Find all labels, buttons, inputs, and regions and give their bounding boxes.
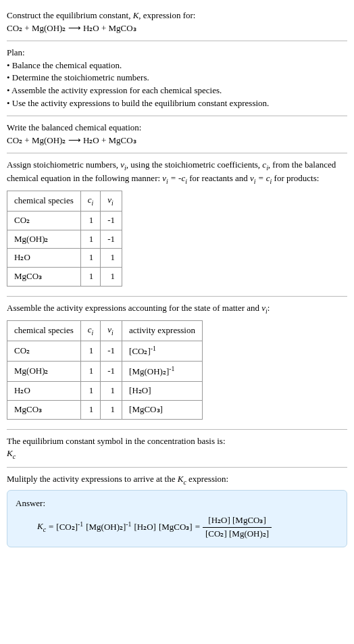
divider [7, 429, 347, 430]
fraction-numerator: [H₂O] [MgCO₃] [203, 514, 272, 528]
cell-species: CO₂ [7, 341, 81, 361]
cell-vi: 1 [101, 400, 122, 419]
stoich-block: Assign stoichiometric numbers, νi, using… [7, 155, 347, 295]
cell-species: H₂O [7, 381, 81, 400]
multiply-text: Mulitply the activity expressions to arr… [7, 473, 347, 487]
fraction: [H₂O] [MgCO₃] [CO₂] [Mg(OH)₂] [203, 514, 272, 541]
cell-activity: [Mg(OH)₂]-1 [122, 361, 203, 381]
multiply-block: Mulitply the activity expressions to arr… [7, 469, 347, 554]
col-species: chemical species [7, 320, 81, 341]
cell-vi: -1 [101, 361, 122, 381]
divider [7, 41, 347, 41]
stoich-text: Assign stoichiometric numbers, νi, using… [7, 159, 347, 187]
col-ci: ci [80, 320, 101, 341]
activity-table: chemical species ci νi activity expressi… [7, 320, 203, 420]
col-activity: activity expression [122, 320, 203, 341]
equals: = [49, 521, 53, 534]
answer-label: Answer: [16, 497, 338, 510]
table-row: Mg(OH)₂ 1 -1 [Mg(OH)₂]-1 [7, 361, 203, 381]
equals: = [195, 521, 200, 534]
balanced-block: Write the balanced chemical equation: CO… [7, 118, 347, 151]
divider [7, 116, 347, 116]
nu-eq: νi = -ci [162, 173, 187, 183]
stoich-e: for products: [272, 173, 319, 183]
activity-b: : [268, 303, 270, 313]
table-row: MgCO₃ 1 1 [7, 268, 122, 287]
table-row: H₂O 1 1 [H₂O] [7, 381, 203, 400]
cell-vi: -1 [101, 341, 122, 361]
cell-activity: [MgCO₃] [122, 400, 203, 419]
cell-activity: [CO₂]-1 [122, 341, 203, 361]
cell-ci: 1 [80, 268, 101, 287]
term-co2: [CO₂]-1 [56, 520, 83, 534]
cell-ci: 1 [80, 249, 101, 268]
divider [7, 467, 347, 468]
cell-species: Mg(OH)₂ [7, 361, 81, 381]
table-row: CO₂ 1 -1 [7, 211, 122, 230]
answer-equation: Kc = [CO₂]-1 [Mg(OH)₂]-1 [H₂O] [MgCO₃] =… [16, 514, 338, 541]
table-row: H₂O 1 1 [7, 249, 122, 268]
cell-ci: 1 [80, 400, 101, 419]
stoich-b: , using the stoichiometric coefficients, [126, 159, 263, 170]
stoich-table: chemical species ci νi CO₂ 1 -1 Mg(OH)₂ … [7, 191, 122, 287]
col-vi: νi [101, 320, 122, 341]
plan-bullet-2: • Determine the stoichiometric numbers. [7, 72, 347, 84]
cell-vi: 1 [101, 268, 122, 287]
table-row: Mg(OH)₂ 1 -1 [7, 230, 122, 249]
nu-i: νi [261, 303, 268, 313]
plan-heading: Plan: [7, 47, 347, 59]
divider [7, 153, 347, 153]
nu-i: νi [120, 159, 126, 170]
stoich-d: for reactants and [187, 173, 250, 183]
intro-text-b: , expression for: [138, 10, 195, 20]
stoich-a: Assign stoichiometric numbers, [7, 159, 120, 170]
balanced-heading: Write the balanced chemical equation: [7, 122, 347, 134]
term-h2o: [H₂O] [134, 521, 155, 534]
cell-vi: -1 [101, 230, 122, 249]
cell-species: H₂O [7, 249, 81, 268]
plan-bullet-4: • Use the activity expressions to build … [7, 97, 347, 110]
balanced-equation: CO₂ + Mg(OH)₂ ⟶ H₂O + MgCO₃ [7, 134, 347, 147]
col-species: chemical species [7, 191, 81, 212]
plan-bullet-3: • Assemble the activity expression for e… [7, 84, 347, 97]
cell-ci: 1 [80, 230, 101, 249]
intro-text-a: Construct the equilibrium constant, [7, 10, 133, 20]
kc-symbol-text: The equilibrium constant symbol in the c… [7, 435, 347, 448]
intro-block: Construct the equilibrium constant, K, e… [7, 5, 347, 39]
cell-species: MgCO₃ [7, 268, 81, 287]
cell-vi: -1 [101, 211, 122, 230]
cell-species: CO₂ [7, 211, 81, 230]
activity-block: Assemble the activity expressions accoun… [7, 298, 347, 427]
cell-ci: 1 [80, 361, 101, 381]
table-header-row: chemical species ci νi [7, 191, 122, 212]
cell-ci: 1 [80, 211, 101, 230]
plan-bullet-1: • Balance the chemical equation. [7, 59, 347, 72]
cell-vi: 1 [101, 249, 122, 268]
cell-activity: [H₂O] [122, 381, 203, 400]
term-mgoh2: [Mg(OH)₂]-1 [86, 520, 131, 534]
intro-equation: CO₂ + Mg(OH)₂ ⟶ H₂O + MgCO₃ [7, 22, 347, 35]
activity-text: Assemble the activity expressions accoun… [7, 302, 347, 316]
table-header-row: chemical species ci νi activity expressi… [7, 320, 203, 341]
table-row: CO₂ 1 -1 [CO₂]-1 [7, 341, 203, 361]
fraction-denominator: [CO₂] [Mg(OH)₂] [203, 528, 272, 541]
cell-ci: 1 [80, 341, 101, 361]
term-mgco3: [MgCO₃] [159, 521, 193, 534]
cell-species: MgCO₃ [7, 400, 81, 419]
multiply-a: Mulitply the activity expressions to arr… [7, 474, 178, 484]
kc-symbol: Kc [7, 447, 347, 462]
activity-a: Assemble the activity expressions accoun… [7, 303, 261, 313]
cell-ci: 1 [80, 381, 101, 400]
intro-line: Construct the equilibrium constant, K, e… [7, 9, 347, 22]
cell-species: Mg(OH)₂ [7, 230, 81, 249]
kc-lhs: Kc [37, 520, 46, 535]
multiply-b: expression: [186, 474, 228, 484]
kc-inline: Kc [178, 474, 186, 484]
cell-vi: 1 [101, 381, 122, 400]
col-vi: νi [101, 191, 122, 212]
plan-block: Plan: • Balance the chemical equation. •… [7, 43, 347, 114]
divider [7, 296, 347, 297]
nu-eq2: νi = ci [250, 173, 272, 183]
col-ci: ci [80, 191, 101, 212]
kc-symbol-block: The equilibrium constant symbol in the c… [7, 431, 347, 466]
